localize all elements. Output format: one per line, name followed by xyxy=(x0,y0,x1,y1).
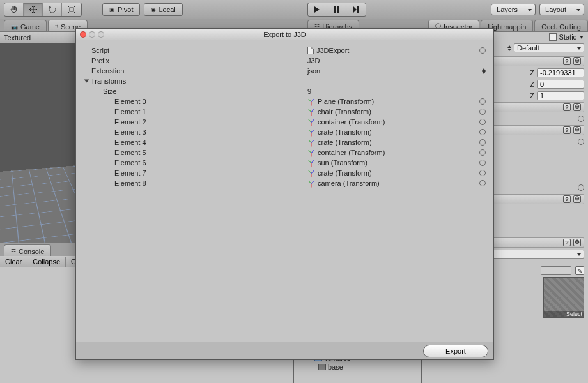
object-picker-icon[interactable] xyxy=(479,129,486,135)
static-dropdown-icon[interactable]: ▼ xyxy=(579,34,584,40)
thumb-select-label: Select xyxy=(544,311,584,317)
color-swatch[interactable] xyxy=(541,266,571,275)
prop-label: Element 2 xyxy=(84,118,307,126)
help-icon[interactable]: ? xyxy=(563,57,571,65)
texture-icon xyxy=(318,364,326,370)
svg-rect-2 xyxy=(337,6,339,13)
prop-value[interactable]: J3DExport xyxy=(307,47,486,54)
prop-value[interactable]: container (Transform) xyxy=(307,149,486,156)
hand-tool[interactable] xyxy=(4,3,24,16)
gear-icon[interactable] xyxy=(573,57,581,65)
scale-tool[interactable] xyxy=(62,3,81,16)
prop-element-1: Element 1chair (Transform) xyxy=(81,107,488,117)
prop-value[interactable]: J3D xyxy=(307,57,486,64)
tab-console[interactable]: ☲Console xyxy=(4,244,51,256)
modal-body: Script J3DExport Prefix J3D Extenstion j… xyxy=(76,40,493,342)
prop-label: Transforms xyxy=(91,77,126,85)
static-checkbox[interactable] xyxy=(549,33,557,41)
color-picker-icon[interactable]: ✎ xyxy=(575,266,584,275)
svg-rect-1 xyxy=(334,6,336,13)
zoom-icon[interactable] xyxy=(98,31,104,38)
layers-dropdown[interactable]: Layers xyxy=(491,4,536,15)
gear-icon[interactable] xyxy=(573,126,581,134)
help-icon[interactable]: ? xyxy=(563,195,571,203)
play-button[interactable] xyxy=(308,3,327,16)
object-picker-icon[interactable] xyxy=(479,180,486,186)
transform-icon xyxy=(307,159,315,167)
console-collapse-button[interactable]: Collapse xyxy=(27,257,66,267)
prop-value[interactable]: crate (Transform) xyxy=(307,169,486,177)
size-value: 9 xyxy=(307,87,311,95)
tab-game[interactable]: 📷Game xyxy=(4,20,47,31)
texture-thumbnail[interactable]: Select xyxy=(543,277,584,318)
object-picker-icon[interactable] xyxy=(479,109,486,115)
transform-icon xyxy=(307,139,315,146)
pause-button[interactable] xyxy=(327,3,346,16)
prop-value[interactable]: crate (Transform) xyxy=(307,139,486,146)
object-picker-icon[interactable] xyxy=(479,160,486,166)
prop-element-2: Element 2container (Transform) xyxy=(81,117,488,127)
gear-icon[interactable] xyxy=(573,103,581,111)
prop-value[interactable]: json xyxy=(307,67,486,75)
camera-icon: 📷 xyxy=(11,24,18,30)
modal-titlebar[interactable]: Export to J3D xyxy=(76,29,493,40)
minimize-icon[interactable] xyxy=(89,31,95,38)
prop-label: Element 1 xyxy=(84,108,307,116)
top-toolbar: ▣Pivot ◉Local Layers Layout xyxy=(0,0,588,19)
object-picker-icon[interactable] xyxy=(479,98,486,105)
layer-value: Default xyxy=(517,44,539,52)
prop-element-6: Element 6sun (Transform) xyxy=(81,158,488,168)
element-value: Plane (Transform) xyxy=(318,98,374,105)
enum-arrows-icon[interactable] xyxy=(482,68,486,74)
prop-value[interactable]: Plane (Transform) xyxy=(307,98,486,105)
object-picker-icon[interactable] xyxy=(479,47,486,54)
rotate-tool[interactable] xyxy=(43,3,62,16)
help-icon[interactable]: ? xyxy=(563,239,571,246)
scene-icon: ⌗ xyxy=(55,23,58,30)
tab-occlusion[interactable]: Occl. Culling xyxy=(534,20,588,31)
help-icon[interactable]: ? xyxy=(563,103,571,111)
pivot-label: Pivot xyxy=(118,6,133,13)
transform-icon xyxy=(307,118,315,126)
pivot-toggle[interactable]: ▣Pivot xyxy=(102,3,140,16)
tab-game-label: Game xyxy=(20,23,40,31)
object-picker-icon[interactable] xyxy=(578,184,584,191)
prop-transforms[interactable]: Transforms xyxy=(81,76,488,86)
layer-select[interactable]: Default xyxy=(514,43,584,52)
transform-icon xyxy=(307,108,315,116)
object-picker-icon[interactable] xyxy=(578,139,584,145)
layout-dropdown[interactable]: Layout xyxy=(539,4,584,15)
prop-value[interactable]: camera (Transform) xyxy=(307,179,486,187)
help-icon[interactable]: ? xyxy=(563,126,571,134)
prop-value[interactable]: sun (Transform) xyxy=(307,159,486,167)
object-picker-icon[interactable] xyxy=(479,139,486,146)
gear-icon[interactable] xyxy=(573,239,581,246)
close-icon[interactable] xyxy=(80,31,86,38)
scale-z-input[interactable] xyxy=(537,91,584,100)
rotation-z-input[interactable] xyxy=(537,80,584,89)
object-picker-icon[interactable] xyxy=(479,119,486,125)
prop-element-4: Element 4crate (Transform) xyxy=(81,137,488,147)
position-z-input[interactable] xyxy=(537,68,584,77)
export-button[interactable]: Export xyxy=(423,345,488,357)
element-value: crate (Transform) xyxy=(318,128,372,136)
prop-value[interactable]: 9 xyxy=(307,87,486,95)
prop-value[interactable]: crate (Transform) xyxy=(307,128,486,136)
foldout-icon xyxy=(84,80,89,83)
transform-icon xyxy=(307,149,315,156)
object-picker-icon[interactable] xyxy=(578,116,584,122)
object-picker-icon[interactable] xyxy=(479,170,486,176)
svg-rect-0 xyxy=(70,8,74,11)
prop-value[interactable]: container (Transform) xyxy=(307,118,486,126)
object-picker-icon[interactable] xyxy=(479,149,486,156)
console-clear-button[interactable]: Clear xyxy=(0,257,27,267)
move-tool[interactable] xyxy=(24,3,43,16)
prop-label: Element 5 xyxy=(84,149,307,156)
prop-value[interactable]: chair (Transform) xyxy=(307,108,486,116)
gear-icon[interactable] xyxy=(573,195,581,203)
local-toggle[interactable]: ◉Local xyxy=(144,3,182,16)
script-name: J3DExport xyxy=(316,47,349,54)
step-button[interactable] xyxy=(346,3,366,16)
tree-item-base[interactable]: base xyxy=(298,363,417,372)
render-mode-dropdown[interactable]: Textured xyxy=(4,34,31,41)
